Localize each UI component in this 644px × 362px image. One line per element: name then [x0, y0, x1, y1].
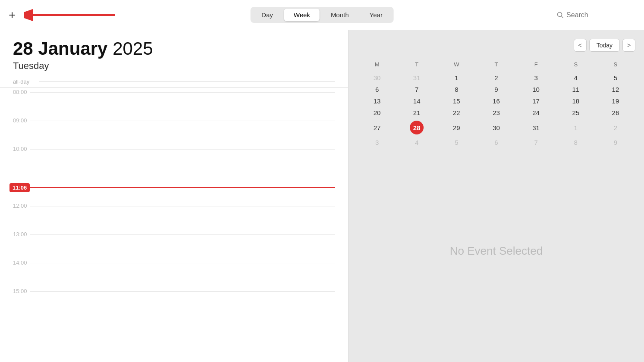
calendar-body[interactable]: all-day 08:00 09:00 10:00 — [0, 76, 348, 362]
time-row: 15:00 — [0, 287, 348, 315]
calendar-day-cell[interactable]: 9 — [596, 137, 635, 148]
day-view-panel: 28 January 2025 Tuesday all-day 08:00 09… — [0, 30, 349, 362]
calendar-header-row: M T W T F S S — [357, 59, 635, 72]
mini-cal-table: M T W T F S S 30311234567891011121314151… — [357, 59, 635, 148]
svg-point-2 — [558, 12, 562, 16]
calendar-day-cell[interactable]: 14 — [397, 95, 437, 107]
time-label-1300: 13:00 — [0, 230, 30, 237]
calendar-day-cell[interactable]: 3 — [357, 137, 397, 148]
time-row: 09:00 — [0, 116, 348, 145]
time-label-0900: 09:00 — [0, 116, 30, 124]
view-week-button[interactable]: Week — [284, 9, 320, 21]
cal-header-m: M — [357, 59, 397, 72]
view-day-button[interactable]: Day — [252, 9, 283, 21]
prev-month-button[interactable]: < — [574, 39, 587, 52]
calendar-day-cell[interactable]: 2 — [476, 72, 516, 84]
calendar-week-row: 303112345 — [357, 72, 635, 84]
calendar-day-cell[interactable]: 1 — [556, 119, 596, 137]
calendar-week-row: 13141516171819 — [357, 95, 635, 107]
calendar-day-cell[interactable]: 6 — [476, 137, 516, 148]
calendar-day-cell[interactable]: 25 — [556, 107, 596, 119]
calendar-day-cell[interactable]: 5 — [437, 137, 476, 148]
right-panel: < Today > M T W T F S S — [349, 30, 644, 362]
calendar-day-cell[interactable]: 23 — [476, 107, 516, 119]
mini-cal-header: < Today > — [357, 39, 635, 52]
current-time-badge: 11:06 — [9, 183, 30, 192]
search-icon — [557, 12, 564, 19]
calendar-day-cell[interactable]: 18 — [556, 95, 596, 107]
calendar-day-cell[interactable]: 13 — [357, 95, 397, 107]
calendar-day-cell[interactable]: 31 — [516, 119, 556, 137]
view-year-button[interactable]: Year — [360, 9, 392, 21]
time-divider — [30, 121, 335, 121]
calendar-day-cell[interactable]: 2 — [596, 119, 635, 137]
calendar-day-cell[interactable]: 12 — [596, 84, 635, 95]
cal-header-f: F — [516, 59, 556, 72]
time-label-1000: 10:00 — [0, 145, 30, 152]
date-year: 2025 — [113, 38, 153, 59]
all-day-row: all-day — [0, 76, 348, 88]
view-switcher: Day Week Month Year — [250, 7, 394, 23]
calendar-week-row: 3456789 — [357, 137, 635, 148]
time-divider — [30, 291, 335, 292]
main-layout: 28 January 2025 Tuesday all-day 08:00 09… — [0, 30, 644, 362]
calendar-day-cell[interactable]: 31 — [397, 72, 437, 84]
time-divider — [30, 206, 335, 206]
day-name: Tuesday — [13, 60, 335, 72]
calendar-day-cell[interactable]: 29 — [437, 119, 476, 137]
calendar-day-cell[interactable]: 10 — [516, 84, 556, 95]
date-title: 28 January 2025 — [13, 39, 335, 59]
time-label-1400: 14:00 — [0, 259, 30, 266]
calendar-day-cell[interactable]: 17 — [516, 95, 556, 107]
calendar-day-cell[interactable]: 6 — [357, 84, 397, 95]
calendar-day-cell[interactable]: 26 — [596, 107, 635, 119]
time-row: 14:00 — [0, 259, 348, 287]
calendar-day-cell[interactable]: 15 — [437, 95, 476, 107]
calendar-day-cell[interactable]: 24 — [516, 107, 556, 119]
search-area — [557, 11, 635, 19]
top-bar: + Day Week Month Year — [0, 0, 644, 30]
calendar-day-cell[interactable]: 11 — [556, 84, 596, 95]
calendar-day-cell[interactable]: 19 — [596, 95, 635, 107]
current-time-line — [30, 187, 335, 188]
calendar-day-cell[interactable]: 20 — [357, 107, 397, 119]
search-input[interactable] — [566, 11, 635, 19]
calendar-day-cell[interactable]: 4 — [397, 137, 437, 148]
cal-header-t2: T — [476, 59, 516, 72]
time-label-1200: 12:00 — [0, 202, 30, 209]
calendar-day-cell[interactable]: 30 — [357, 72, 397, 84]
calendar-day-cell[interactable]: 28 — [397, 119, 437, 137]
calendar-day-cell[interactable]: 5 — [596, 72, 635, 84]
calendar-day-cell[interactable]: 21 — [397, 107, 437, 119]
calendar-day-cell[interactable]: 22 — [437, 107, 476, 119]
calendar-day-cell[interactable]: 9 — [476, 84, 516, 95]
calendar-day-cell[interactable]: 30 — [476, 119, 516, 137]
svg-line-3 — [562, 16, 563, 18]
time-label-0800: 08:00 — [0, 88, 30, 95]
calendar-day-cell[interactable]: 3 — [516, 72, 556, 84]
calendar-day-cell[interactable]: 8 — [556, 137, 596, 148]
time-row: 12:00 — [0, 202, 348, 230]
calendar-week-row: 272829303112 — [357, 119, 635, 137]
cal-header-t1: T — [397, 59, 437, 72]
cal-header-s2: S — [596, 59, 635, 72]
calendar-week-row: 6789101112 — [357, 84, 635, 95]
time-divider — [30, 149, 335, 150]
calendar-day-cell[interactable]: 1 — [437, 72, 476, 84]
calendar-week-row: 20212223242526 — [357, 107, 635, 119]
time-label-1500: 15:00 — [0, 287, 30, 294]
calendar-day-cell[interactable]: 8 — [437, 84, 476, 95]
calendar-day-cell[interactable]: 7 — [516, 137, 556, 148]
next-month-button[interactable]: > — [622, 39, 635, 52]
calendar-day-cell[interactable]: 7 — [397, 84, 437, 95]
time-row: 13:00 — [0, 230, 348, 259]
calendar-day-cell[interactable]: 27 — [357, 119, 397, 137]
calendar-day-cell[interactable]: 16 — [476, 95, 516, 107]
view-month-button[interactable]: Month — [321, 9, 358, 21]
calendar-day-cell[interactable]: 4 — [556, 72, 596, 84]
cal-header-s1: S — [556, 59, 596, 72]
today-button[interactable]: Today — [589, 39, 620, 52]
add-event-button[interactable]: + — [9, 9, 16, 21]
time-divider — [30, 92, 335, 93]
time-divider — [30, 263, 335, 263]
